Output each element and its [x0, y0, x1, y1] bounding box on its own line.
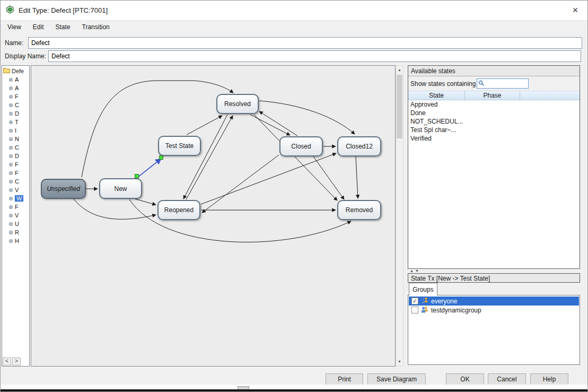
- group-icon: [421, 297, 428, 306]
- column-header-filler: [520, 91, 580, 100]
- tree-item-selected[interactable]: W: [2, 194, 29, 203]
- tree-item[interactable]: D: [2, 109, 29, 118]
- states-list: Approved Done NOT_SCHEDUL... Test Spl ch…: [408, 100, 580, 143]
- state-node-unspecified[interactable]: Unspecified: [41, 179, 86, 199]
- menu-state[interactable]: State: [49, 22, 76, 32]
- menu-edit[interactable]: Edit: [27, 22, 50, 32]
- available-states-panel: Available states Show states containing …: [408, 65, 580, 269]
- state-bullet-icon: [9, 103, 13, 107]
- canvas-v-scrollbar[interactable]: ▲ ▼: [396, 65, 403, 367]
- display-name-label: Display Name:: [5, 53, 46, 60]
- tree-item[interactable]: N: [2, 135, 29, 143]
- state-node-new[interactable]: New: [99, 178, 142, 199]
- taskbar-edge: [1, 389, 587, 391]
- menubar: View Edit State Transition: [1, 20, 587, 33]
- tree-root-defect[interactable]: Defe: [2, 66, 29, 75]
- group-row-testdynamicgroup[interactable]: testdynamicgroup: [409, 306, 579, 315]
- tree-item[interactable]: A: [2, 75, 29, 84]
- groups-list: ✓ everyone: [408, 295, 580, 365]
- state-bullet-icon: [9, 197, 13, 201]
- state-bullet-icon: [9, 120, 13, 124]
- splitter-up-icon[interactable]: ▲: [410, 269, 414, 273]
- state-bullet-icon: [9, 222, 13, 226]
- scrollbar-thumb[interactable]: [397, 75, 402, 138]
- state-tx-header: State Tx [New -> Test State]: [408, 273, 580, 283]
- state-row[interactable]: Approved: [408, 100, 580, 109]
- save-diagram-button[interactable]: Save Diagram: [367, 373, 426, 385]
- name-input[interactable]: [28, 37, 582, 49]
- right-panel: Available states Show states containing …: [408, 65, 580, 367]
- group-name: everyone: [431, 298, 457, 305]
- tree-item[interactable]: T: [2, 118, 29, 126]
- state-bullet-icon: [9, 78, 13, 82]
- tree-item[interactable]: I: [2, 126, 29, 135]
- tree-item[interactable]: A: [2, 84, 29, 92]
- group-checkbox[interactable]: ✓: [411, 298, 418, 304]
- tree-item[interactable]: F: [2, 92, 29, 101]
- group-row-everyone[interactable]: ✓ everyone: [409, 297, 579, 306]
- type-tree-panel: Defe A A F C D T I N C D F F C V W F V U…: [2, 65, 30, 367]
- tree-item[interactable]: R: [2, 228, 29, 237]
- tree-item[interactable]: D: [2, 152, 29, 160]
- scroll-left-icon[interactable]: <: [3, 358, 11, 365]
- tab-groups[interactable]: Groups: [409, 283, 437, 295]
- menu-view[interactable]: View: [2, 22, 27, 32]
- name-label: Name:: [5, 39, 23, 47]
- folder-icon: [3, 67, 10, 74]
- state-node-closed[interactable]: Closed: [279, 136, 323, 156]
- transition-handle[interactable]: [160, 156, 163, 160]
- tree-item[interactable]: V: [2, 186, 29, 194]
- workflow-canvas[interactable]: Unspecified New Test State Resolved Clos…: [31, 65, 396, 367]
- state-bullet-icon: [9, 163, 13, 167]
- state-node-resolved[interactable]: Resolved: [216, 94, 259, 114]
- tree-item[interactable]: F: [2, 203, 29, 211]
- state-row[interactable]: Test Spl char~...: [408, 126, 580, 134]
- column-header-state[interactable]: State: [408, 91, 465, 100]
- panel-splitter[interactable]: ▲ ▼: [408, 269, 580, 273]
- state-node-reopened[interactable]: Reopened: [157, 200, 200, 220]
- state-row[interactable]: Verified: [408, 134, 580, 143]
- state-node-removed[interactable]: Removed: [337, 200, 381, 220]
- cancel-button[interactable]: Cancel: [488, 373, 526, 385]
- close-icon[interactable]: ×: [567, 4, 583, 17]
- menu-transition[interactable]: Transition: [76, 22, 116, 32]
- state-bullet-icon: [9, 180, 13, 184]
- tree-item[interactable]: H: [2, 237, 29, 245]
- scroll-right-icon[interactable]: >: [12, 358, 21, 365]
- state-row[interactable]: Done: [408, 109, 580, 117]
- ok-button[interactable]: OK: [446, 373, 484, 385]
- splitter-down-icon[interactable]: ▼: [415, 269, 419, 273]
- edit-type-dialog: Edit Type: Defect [PTC:7001] × View Edit…: [0, 0, 588, 392]
- state-bullet-icon: [9, 86, 13, 90]
- state-bullet-icon: [9, 146, 13, 150]
- transition-handle[interactable]: [135, 175, 139, 178]
- titlebar: Edit Type: Defect [PTC:7001] ×: [1, 1, 587, 20]
- tree-item[interactable]: C: [2, 177, 29, 186]
- state-bullet-icon: [9, 129, 13, 133]
- tree-item[interactable]: F: [2, 169, 29, 177]
- state-node-test-state[interactable]: Test State: [158, 136, 201, 156]
- bottom-strip: [1, 385, 587, 389]
- group-checkbox[interactable]: [411, 307, 418, 313]
- filter-label: Show states containing: [410, 80, 476, 88]
- help-button[interactable]: Help: [530, 373, 568, 385]
- tree-h-scrollbar: < >: [3, 358, 21, 365]
- state-bullet-icon: [9, 188, 13, 192]
- display-name-input[interactable]: [48, 50, 581, 62]
- tree-item[interactable]: V: [2, 211, 29, 220]
- scroll-down-icon[interactable]: ▼: [396, 358, 403, 366]
- state-node-closed12[interactable]: Closed12: [337, 136, 381, 156]
- tree-item[interactable]: F: [2, 160, 29, 169]
- scroll-up-icon[interactable]: ▲: [396, 66, 403, 74]
- states-table-header: State Phase: [408, 91, 580, 100]
- window-title: Edit Type: Defect [PTC:7001]: [19, 6, 108, 14]
- tree-item[interactable]: C: [2, 143, 29, 152]
- column-header-phase[interactable]: Phase: [465, 91, 520, 100]
- selected-transition[interactable]: [138, 159, 161, 177]
- state-row[interactable]: NOT_SCHEDUL...: [408, 117, 580, 126]
- tree-item[interactable]: C: [2, 101, 29, 109]
- print-button[interactable]: Print: [326, 373, 363, 385]
- tree-item[interactable]: U: [2, 220, 29, 228]
- state-bullet-icon: [9, 205, 13, 209]
- state-bullet-icon: [9, 137, 13, 141]
